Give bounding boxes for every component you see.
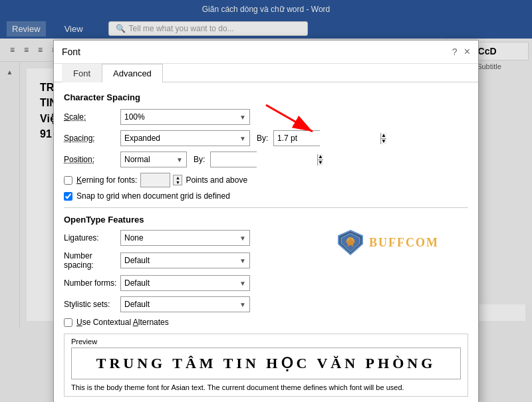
scale-select[interactable]: 100% ▼	[120, 109, 250, 125]
dialog-controls: ? ×	[452, 46, 470, 58]
number-forms-label: Number forms:	[64, 278, 120, 288]
separator	[64, 207, 468, 208]
position-arrow-icon: ▼	[176, 156, 183, 163]
ligatures-arrow-icon: ▼	[239, 235, 246, 242]
kerning-row: Kerning for fonts: ▲ ▼ Points and above	[64, 173, 468, 187]
number-forms-arrow-icon: ▼	[239, 280, 246, 287]
spacing-by-label: By:	[257, 134, 270, 143]
kerning-up[interactable]: ▲	[174, 175, 182, 180]
snap-checkbox[interactable]	[64, 192, 72, 201]
number-spacing-arrow-icon: ▼	[239, 257, 246, 264]
spacing-value: Expanded	[124, 134, 160, 143]
preview-box: TRUNG TÂM TIN HỌC VĂN PHÒNG	[71, 348, 461, 379]
spacing-arrow-icon: ▼	[239, 135, 246, 142]
preview-label: Preview	[71, 338, 461, 346]
opentype-title: OpenType Features	[64, 215, 468, 225]
stylistic-sets-value: Default	[124, 300, 150, 309]
number-spacing-select[interactable]: Default ▼	[120, 252, 250, 268]
kerning-down[interactable]: ▼	[174, 180, 182, 185]
dialog-close-button[interactable]: ×	[464, 46, 470, 58]
number-spacing-label: Number spacing:	[64, 251, 120, 270]
kerning-input-box[interactable]	[140, 173, 170, 187]
scale-arrow-icon: ▼	[239, 114, 246, 121]
dialog-title: Font	[62, 47, 80, 57]
spacing-row: Spacing: Expanded ▼ By: ▲ ▼	[64, 130, 468, 146]
spacing-select[interactable]: Expanded ▼	[120, 130, 250, 146]
position-row: Position: Normal ▼ By: ▲ ▼	[64, 151, 468, 167]
stylistic-sets-label: Stylistic sets:	[64, 300, 120, 309]
position-select[interactable]: Normal ▼	[120, 151, 187, 167]
dialog-title-bar: Font ? ×	[54, 41, 478, 64]
number-spacing-value: Default	[124, 256, 150, 265]
ligatures-value: None	[124, 233, 144, 243]
spacing-by-down[interactable]: ▼	[381, 139, 386, 144]
spacing-label: Spacing:	[64, 134, 120, 143]
dialog-tabs: Font Advanced	[54, 64, 478, 82]
tab-font[interactable]: Font	[62, 64, 102, 82]
buffcom-shield-icon	[337, 229, 364, 256]
spacing-by-spinner[interactable]: ▲ ▼	[273, 130, 320, 146]
position-by-buttons: ▲ ▼	[317, 154, 323, 165]
buffcom-logo: BUFFCOM	[337, 229, 439, 256]
number-forms-select[interactable]: Default ▼	[120, 275, 250, 291]
stylistic-sets-arrow-icon: ▼	[239, 301, 246, 308]
kerning-label: Kerning for fonts:	[76, 175, 137, 185]
ligatures-select[interactable]: None ▼	[120, 230, 250, 246]
ligatures-label: Ligatures:	[64, 233, 120, 243]
contextual-checkbox[interactable]	[64, 318, 72, 327]
snap-label: Snap to grid when document grid is defin…	[76, 191, 230, 201]
contextual-row: Use Contextual Alternates	[64, 318, 468, 327]
scale-label: Scale:	[64, 112, 120, 122]
character-spacing-title: Character Spacing	[64, 92, 468, 102]
preview-description: This is the body theme font for Asian te…	[71, 383, 461, 393]
stylistic-sets-row: Stylistic sets: Default ▼	[64, 296, 468, 312]
buffcom-text-label: BUFFCOM	[369, 236, 439, 250]
position-label: Position:	[64, 155, 120, 164]
position-value: Normal	[124, 155, 150, 164]
position-by-down[interactable]: ▼	[318, 160, 323, 165]
contextual-label: Use Contextual Alternates	[76, 318, 169, 327]
snap-row: Snap to grid when document grid is defin…	[64, 191, 468, 201]
dialog-help-button[interactable]: ?	[452, 47, 458, 57]
position-by-label: By:	[194, 155, 207, 164]
points-above-label: Points and above	[186, 175, 247, 185]
stylistic-sets-select[interactable]: Default ▼	[120, 296, 250, 312]
position-by-input[interactable]	[211, 152, 317, 167]
preview-text: TRUNG TÂM TIN HỌC VĂN PHÒNG	[96, 355, 436, 371]
scale-row: Scale: 100% ▼	[64, 109, 468, 125]
kerning-spinner: ▲ ▼	[173, 175, 182, 185]
position-by-spinner[interactable]: ▲ ▼	[210, 151, 257, 167]
kerning-checkbox[interactable]	[64, 176, 72, 185]
tab-advanced[interactable]: Advanced	[102, 64, 163, 82]
number-forms-value: Default	[124, 278, 150, 288]
preview-section: Preview TRUNG TÂM TIN HỌC VĂN PHÒNG This…	[64, 334, 468, 397]
scale-value: 100%	[124, 112, 145, 122]
spacing-by-input[interactable]	[274, 131, 380, 146]
number-forms-row: Number forms: Default ▼	[64, 275, 468, 291]
spacing-by-buttons: ▲ ▼	[380, 133, 386, 144]
font-dialog: Font ? × Font Advanced Character Spacing…	[53, 40, 479, 402]
